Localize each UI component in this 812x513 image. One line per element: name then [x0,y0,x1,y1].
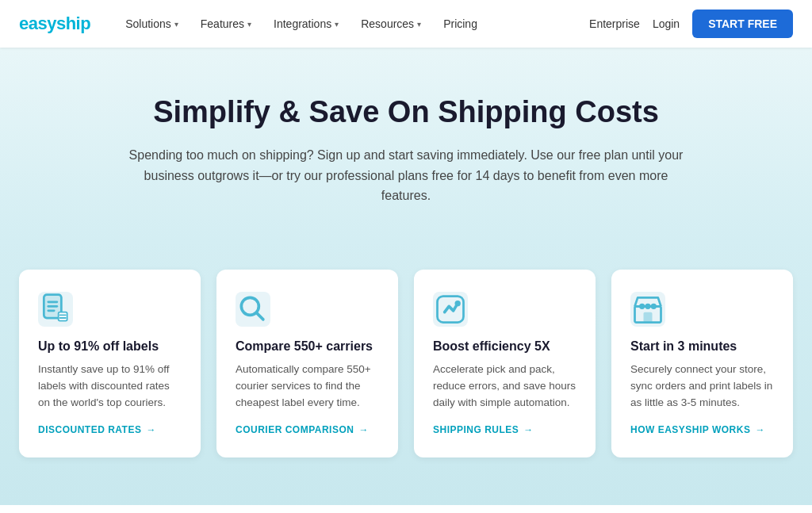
card-compare: Compare 550+ carriers Automatically comp… [216,270,398,457]
boost-icon [433,292,468,327]
card-efficiency-link[interactable]: SHIPPING RULES → [433,424,576,435]
card-start-title: Start in 3 minutes [630,339,774,354]
nav-integrations[interactable]: Integrations ▾ [264,11,348,36]
nav-right: Enterprise Login START FREE [589,10,793,38]
store-icon [630,292,665,327]
chevron-down-icon: ▾ [247,20,251,29]
arrow-icon: → [755,424,765,435]
document-icon [38,292,73,327]
svg-line-9 [257,312,263,319]
logo-highlight: p [80,13,90,33]
card-start-link[interactable]: HOW EASYSHIP WORKS → [630,424,774,435]
start-free-button[interactable]: START FREE [692,10,793,38]
nav-resources[interactable]: Resources ▾ [351,11,431,36]
nav-solutions[interactable]: Solutions ▾ [116,11,188,36]
nav-features[interactable]: Features ▾ [191,11,261,36]
card-compare-link[interactable]: COURIER COMPARISON → [236,424,379,435]
card-labels-title: Up to 91% off labels [38,339,182,354]
cards-grid: Up to 91% off labels Instantly save up t… [19,270,793,457]
svg-point-17 [651,303,657,308]
card-start: Start in 3 minutes Securely connect your… [611,270,793,457]
svg-point-16 [645,303,650,308]
arrow-icon: → [146,424,156,435]
card-efficiency: Boost efficiency 5X Accelerate pick and … [414,270,596,457]
chevron-down-icon: ▾ [335,20,339,29]
card-efficiency-title: Boost efficiency 5X [433,339,576,354]
search-icon [236,292,270,327]
navbar: easyship Solutions ▾ Features ▾ Integrat… [0,0,812,48]
logo[interactable]: easyship [19,13,90,34]
badges-section: 🛍 SHOPIFY PLUS CERTIFIED APP G2 Easiest … [0,505,812,513]
chevron-down-icon: ▾ [174,20,178,29]
svg-rect-5 [59,312,67,320]
svg-point-15 [639,303,645,308]
login-link[interactable]: Login [653,17,680,30]
cards-section: Up to 91% off labels Instantly save up t… [0,238,812,505]
enterprise-link[interactable]: Enterprise [589,17,640,30]
card-start-desc: Securely connect your store, sync orders… [630,362,774,412]
card-compare-desc: Automatically compare 550+ courier servi… [236,362,379,412]
arrow-icon: → [523,424,534,435]
nav-pricing[interactable]: Pricing [434,11,487,36]
card-compare-title: Compare 550+ carriers [236,339,379,354]
card-labels: Up to 91% off labels Instantly save up t… [19,270,201,457]
chevron-down-icon: ▾ [417,20,421,29]
svg-rect-14 [644,312,653,322]
hero-subtext: Spending too much on shipping? Sign up a… [128,145,684,206]
card-labels-link[interactable]: DISCOUNTED RATES → [38,424,182,435]
svg-point-11 [455,301,461,306]
hero-headline: Simplify & Save On Shipping Costs [19,95,793,129]
logo-text: easyshi [19,13,80,33]
nav-links: Solutions ▾ Features ▾ Integrations ▾ Re… [116,11,589,36]
hero-section: Simplify & Save On Shipping Costs Spendi… [0,48,812,238]
arrow-icon: → [358,424,369,435]
card-efficiency-desc: Accelerate pick and pack, reduce errors,… [433,362,576,412]
card-labels-desc: Instantly save up to 91% off labels with… [38,362,182,412]
